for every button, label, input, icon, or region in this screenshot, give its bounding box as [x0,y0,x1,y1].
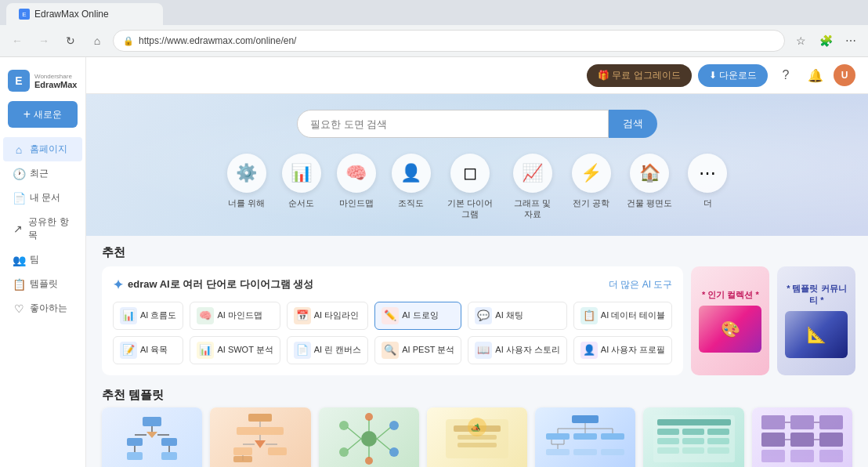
download-label: ⬇ 다운로드 [709,69,757,82]
svg-rect-48 [573,433,597,440]
active-tab[interactable]: E EdrawMax Online [6,3,163,25]
svg-line-25 [347,439,361,451]
category-icon-floorplan: 🏠 [630,154,669,193]
category-more[interactable]: ⋯ 더 [688,154,727,220]
template-mindmap[interactable]: 좋은 교사가 되십시오 [319,407,419,467]
decision-svg [221,411,299,466]
ai-tool-table[interactable]: 📋 AI 데이터 테이블 [573,302,673,330]
upgrade-button[interactable]: 🎁 무료 업그레이드 [587,64,692,87]
svg-rect-64 [707,438,729,444]
category-electrical[interactable]: ⚡ 전기 공학 [572,154,611,220]
svg-rect-38 [458,443,497,447]
sidebar-item-team[interactable]: 👥 팀 [3,248,82,272]
search-input[interactable] [297,110,609,138]
home-icon: ⌂ [13,143,25,156]
template-algo-flow[interactable]: 알고리즘 흐름도 [102,407,202,467]
category-flowchart[interactable]: 📊 순서도 [282,154,321,220]
ai-tool-pest[interactable]: 🔍 AI PEST 분석 [374,336,461,364]
ai-tool-ppt[interactable]: 📝 AI 육목 [113,336,183,364]
menu-button[interactable]: ⋯ [840,30,862,52]
category-org[interactable]: 👤 조직도 [392,154,431,220]
category-label-mindmap: 마인드맵 [339,197,374,208]
shared-icon: ↗ [13,223,24,235]
sidebar-label-recent: 최근 [30,167,49,180]
help-button[interactable]: ? [774,63,797,87]
sidebar-item-favorites[interactable]: ♡ 좋아하는 [3,296,82,320]
brand-name: Wondershare [34,73,77,80]
template-decision[interactable]: 적응형 속성 선택 시스템 [210,407,310,467]
upgrade-label: 🎁 무료 업그레이드 [598,69,681,82]
hero-section: 검색 ⚙️ 너를 위해 📊 순서도 🧠 마인드맵 👤 조직도 [86,94,868,236]
ai-tool-timeline[interactable]: 📅 AI 타임라인 [287,302,369,330]
download-button[interactable]: ⬇ 다운로드 [698,64,768,87]
browser-chrome: E EdrawMax Online ← → ↻ ⌂ 🔒 https://www.… [0,0,868,57]
sidebar-item-recent[interactable]: 🕐 최근 [3,161,82,186]
plus-icon: + [24,107,31,121]
ai-swot-label: AI SWOT 분석 [217,344,273,356]
svg-rect-59 [657,429,679,435]
new-label: 새로운 [34,108,62,121]
category-icons: ⚙️ 너를 위해 📊 순서도 🧠 마인드맵 👤 조직도 ◻ 기본 다이 [110,154,844,220]
category-basic[interactable]: ◻ 기본 다이어그램 [447,154,494,220]
ai-tool-user-story[interactable]: 📖 AI 사용자 스토리 [468,336,567,364]
browser-tabs: E EdrawMax Online [0,0,868,25]
uml-svg [759,411,845,466]
address-bar[interactable]: 🔒 https://www.edrawmax.com/online/en/ [113,30,785,52]
mindmap-svg [330,411,408,466]
svg-rect-69 [761,433,785,447]
forward-button[interactable]: → [33,30,55,52]
ai-tool-user-profile[interactable]: 👤 AI 사용자 프로필 [573,336,673,364]
svg-rect-65 [657,447,679,454]
svg-rect-61 [707,429,729,435]
ai-table-icon: 📋 [580,307,598,324]
search-button[interactable]: 검색 [609,110,657,138]
ai-tool-swot[interactable]: 📊 AI SWOT 분석 [190,336,280,364]
ai-tool-mindmap[interactable]: 🧠 AI 마인드맵 [190,302,280,330]
refresh-button[interactable]: ↻ [60,30,81,52]
avatar[interactable]: U [834,64,855,86]
svg-line-29 [377,439,391,451]
templates-title: 추천 템플릿 [102,388,164,401]
template-camp[interactable]: 🏕️ 캠프 상 [427,407,527,467]
star-button[interactable]: ☆ [790,30,812,52]
sidebar-item-mydocs[interactable]: 📄 내 문서 [3,186,82,210]
home-button[interactable]: ⌂ [86,30,108,52]
new-button[interactable]: + 새로운 [8,101,78,128]
popular-collection-banner[interactable]: * 인기 컬렉션 * 🎨 [691,266,769,375]
category-floorplan[interactable]: 🏠 건물 평면도 [627,154,672,220]
org-svg [542,411,628,466]
banner2-badge: * 템플릿 커뮤니티 * [785,283,848,306]
sidebar-label-shared: 공유한 항목 [28,215,73,242]
ai-tool-chat[interactable]: 💬 AI 채팅 [468,302,567,330]
ai-tool-lean[interactable]: 📄 AI 린 캔버스 [287,336,369,364]
more-ai-tools-link[interactable]: 더 많은 AI 도구 [609,278,672,291]
svg-rect-74 [819,415,843,429]
app-container: E Wondershare EdrawMax + 새로운 ⌂ 홈페이지 🕐 최근… [0,57,868,467]
ai-title-text: edraw AI로 여러 단어로 다이어그램 생성 [128,277,313,291]
template-community-banner[interactable]: * 템플릿 커뮤니티 * 📐 [777,266,855,375]
category-graph[interactable]: 📈 그래프 및 자료 [509,154,556,220]
sidebar-item-templates[interactable]: 📋 템플릿 [3,272,82,296]
sidebar-item-shared[interactable]: ↗ 공유한 항목 [3,210,82,248]
ai-tools-grid: 📊 AI 흐름도 🧠 AI 마인드맵 📅 AI 타임라인 ✏️ AI 드로잉 [113,302,672,364]
category-for-you[interactable]: ⚙️ 너를 위해 [227,154,266,220]
category-mindmap[interactable]: 🧠 마인드맵 [337,154,376,220]
template-city-org[interactable]: 도시 조직도 1 [535,407,635,467]
svg-point-32 [365,413,373,421]
svg-point-22 [361,431,377,447]
sidebar-item-home[interactable]: ⌂ 홈페이지 [3,137,82,161]
ai-table-label: AI 데이터 테이블 [601,310,666,321]
template-thumb-android-uml [752,407,852,467]
template-biz-org[interactable]: 사업 재무 조직도 [643,407,743,467]
ai-timeline-icon: 📅 [294,307,311,324]
template-android-uml[interactable]: 안드로이드 폰 카메라 UML 다... [752,407,852,467]
ai-tool-drawing[interactable]: ✏️ AI 드로잉 [374,302,461,330]
back-button[interactable]: ← [6,30,28,52]
bell-button[interactable]: 🔔 [804,63,827,87]
ai-tool-flow[interactable]: 📊 AI 흐름도 [113,302,183,330]
svg-rect-21 [233,456,252,462]
ai-tools-title: ✦ edraw AI로 여러 단어로 다이어그램 생성 [113,277,313,292]
logo: E Wondershare EdrawMax [0,63,85,101]
svg-rect-56 [601,449,624,455]
extension-button[interactable]: 🧩 [815,30,837,52]
